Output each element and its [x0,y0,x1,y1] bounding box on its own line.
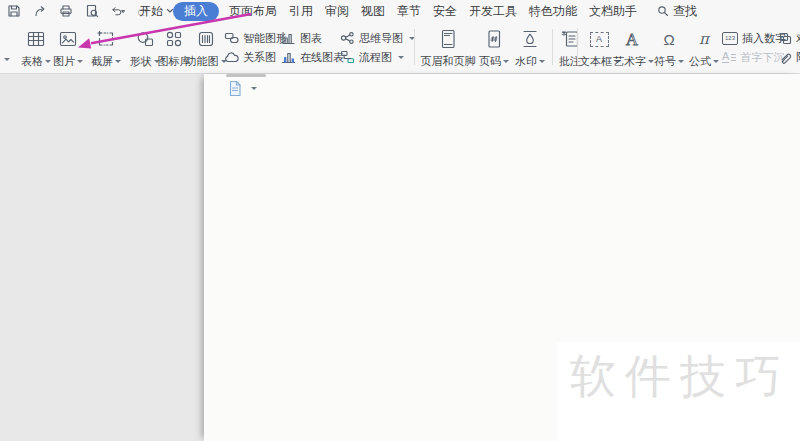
export-icon [33,4,47,18]
search-icon [657,5,669,17]
dropdown-caret-icon [713,60,719,63]
page-number-button[interactable]: 页码 [478,25,510,71]
dropdown-caret-icon [678,60,684,63]
watermark-icon [514,27,546,51]
find-label: 查找 [673,3,697,20]
dropdown-caret-icon [77,60,83,63]
dropcap-button: A 首字下沉 [722,49,784,65]
symbol-button[interactable]: Ω 符号 [653,25,685,71]
dropdown-caret-icon [503,60,509,63]
menu-doc-assistant[interactable]: 文档助手 [583,0,643,22]
dropdown-caret-icon [398,56,404,59]
clipped-dropdown-caret-icon [4,58,10,61]
page-top-edge [226,74,266,77]
ribbon-insert-tab: 表格 图片 截屏 形状 [0,22,800,74]
chart-icon [281,31,296,45]
print-icon [59,4,73,18]
watermark-box: 软件技巧 [557,342,800,441]
menu-bar: 开始 插入 页面布局 引用 审阅 视图 章节 安全 开发工具 特色功能 文档助手… [133,0,697,22]
wps-writer-window: 开始 插入 页面布局 引用 审阅 视图 章节 安全 开发工具 特色功能 文档助手… [0,0,800,441]
symbol-icon: Ω [653,27,685,51]
watermark-button[interactable]: 水印 [514,25,546,71]
save-button[interactable] [6,3,21,19]
menu-insert[interactable]: 插入 [173,2,219,21]
document-page[interactable]: 软件技巧 [204,74,800,441]
print-button[interactable] [58,3,73,19]
dropdown-caret-icon [539,60,545,63]
attachment-icon [779,51,792,64]
titlebar: 开始 插入 页面布局 引用 审阅 视图 章节 安全 开发工具 特色功能 文档助手… [0,0,800,22]
flowchart-icon [340,50,355,64]
insert-number-icon: 123 [722,32,738,45]
relationship-icon [224,50,239,64]
find-button[interactable]: 查找 [657,3,697,20]
insert-number-button[interactable]: 123 插入数字 [722,30,786,46]
menu-section[interactable]: 章节 [391,0,427,22]
dropdown-caret-icon [115,60,121,63]
smart-graphics-button[interactable]: 智能图形 [224,30,287,46]
header-footer-button[interactable]: 页眉和页脚 [419,25,477,71]
undo-icon [110,4,125,18]
undo-button[interactable] [110,3,125,19]
menu-home[interactable]: 开始 [133,0,169,22]
online-chart-button[interactable]: 在线图表 [281,49,344,65]
new-page-helper[interactable] [228,80,257,97]
menu-page-layout[interactable]: 页面布局 [223,0,283,22]
export-button[interactable] [32,3,47,19]
menu-dev-tools[interactable]: 开发工具 [463,0,523,22]
screenshot-button[interactable]: 截屏 [87,25,125,71]
dropdown-caret-icon [251,87,257,90]
ribbon-divider [552,29,553,65]
formula-button[interactable]: π 公式 [687,25,721,71]
picture-icon [50,27,86,51]
ribbon-divider [577,29,578,65]
wordart-icon: A [613,27,651,51]
print-preview-icon [85,4,99,18]
ribbon-divider [414,29,415,65]
page-number-icon [478,27,510,51]
flowchart-button[interactable]: 流程图 [340,49,404,65]
online-chart-icon [281,50,296,64]
menu-review[interactable]: 审阅 [319,0,355,22]
relationship-diagram-button[interactable]: 关系图 [224,49,276,65]
attachment-button[interactable]: 附 [779,49,800,65]
document-workspace: 软件技巧 [0,74,800,441]
function-diagram-icon [184,27,228,51]
chart-button[interactable]: 图表 [281,30,322,46]
header-footer-icon [419,27,477,51]
watermark-text: 软件技巧 [570,346,790,408]
menu-view[interactable]: 视图 [355,0,391,22]
object-button[interactable]: 对 [779,30,800,46]
screenshot-icon [87,27,125,51]
menu-security[interactable]: 安全 [427,0,463,22]
object-icon [779,32,792,45]
picture-button[interactable]: 图片 [50,25,86,71]
smart-graphics-icon [224,31,239,45]
save-icon [7,4,21,18]
mindmap-button[interactable]: 思维导图 [340,30,415,46]
formula-icon: π [687,27,721,51]
dropcap-icon: A [722,51,736,63]
menu-references[interactable]: 引用 [283,0,319,22]
new-page-icon [228,80,242,97]
function-diagram-button[interactable]: 功能图 [184,25,228,71]
print-preview-button[interactable] [84,3,99,19]
mindmap-icon [340,31,355,45]
wordart-button[interactable]: A 艺术字 [613,25,651,71]
menu-special-features[interactable]: 特色功能 [523,0,583,22]
